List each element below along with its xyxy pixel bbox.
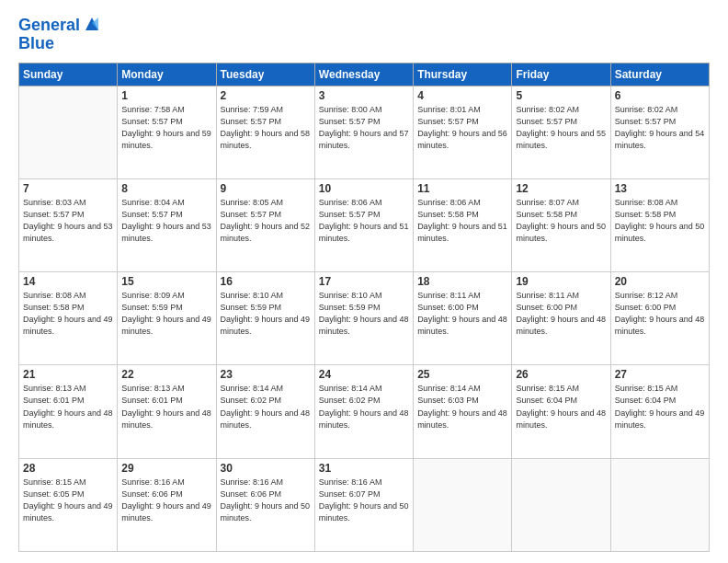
day-number: 26 bbox=[516, 368, 606, 381]
day-info: Sunrise: 8:03 AM Sunset: 5:57 PM Dayligh… bbox=[23, 197, 113, 245]
weekday-header-wednesday: Wednesday bbox=[314, 63, 413, 86]
day-cell: 5Sunrise: 8:02 AM Sunset: 5:57 PM Daylig… bbox=[512, 86, 610, 178]
day-cell: 3Sunrise: 8:00 AM Sunset: 5:57 PM Daylig… bbox=[314, 86, 413, 178]
day-number: 3 bbox=[319, 89, 409, 102]
day-cell: 30Sunrise: 8:16 AM Sunset: 6:06 PM Dayli… bbox=[216, 458, 314, 551]
day-cell: 11Sunrise: 8:06 AM Sunset: 5:58 PM Dayli… bbox=[414, 178, 512, 271]
day-number: 29 bbox=[121, 462, 211, 475]
weekday-header-thursday: Thursday bbox=[414, 63, 512, 86]
week-row-3: 14Sunrise: 8:08 AM Sunset: 5:58 PM Dayli… bbox=[19, 272, 710, 365]
day-info: Sunrise: 8:13 AM Sunset: 6:01 PM Dayligh… bbox=[23, 383, 113, 431]
day-number: 31 bbox=[319, 462, 409, 475]
day-number: 1 bbox=[121, 89, 211, 102]
day-cell: 23Sunrise: 8:14 AM Sunset: 6:02 PM Dayli… bbox=[216, 365, 314, 458]
day-info: Sunrise: 8:02 AM Sunset: 5:57 PM Dayligh… bbox=[615, 104, 705, 152]
day-info: Sunrise: 8:07 AM Sunset: 5:58 PM Dayligh… bbox=[516, 197, 606, 245]
day-info: Sunrise: 8:14 AM Sunset: 6:02 PM Dayligh… bbox=[221, 383, 311, 431]
logo-text-blue: Blue bbox=[18, 35, 102, 53]
day-cell: 4Sunrise: 8:01 AM Sunset: 5:57 PM Daylig… bbox=[414, 86, 512, 178]
day-cell: 29Sunrise: 8:16 AM Sunset: 6:06 PM Dayli… bbox=[118, 458, 216, 551]
page: General Blue SundayMondayTuesdayWednesda… bbox=[0, 0, 728, 563]
day-info: Sunrise: 8:10 AM Sunset: 5:59 PM Dayligh… bbox=[221, 290, 311, 338]
day-cell: 10Sunrise: 8:06 AM Sunset: 5:57 PM Dayli… bbox=[314, 178, 413, 271]
day-cell: 19Sunrise: 8:11 AM Sunset: 6:00 PM Dayli… bbox=[512, 272, 610, 365]
day-cell: 20Sunrise: 8:12 AM Sunset: 6:00 PM Dayli… bbox=[610, 272, 709, 365]
day-number: 13 bbox=[615, 182, 705, 195]
day-info: Sunrise: 8:02 AM Sunset: 5:57 PM Dayligh… bbox=[516, 104, 606, 152]
day-info: Sunrise: 8:00 AM Sunset: 5:57 PM Dayligh… bbox=[319, 104, 409, 152]
day-info: Sunrise: 8:16 AM Sunset: 6:06 PM Dayligh… bbox=[221, 477, 311, 524]
day-number: 12 bbox=[516, 182, 606, 195]
day-number: 16 bbox=[221, 275, 311, 288]
day-info: Sunrise: 8:12 AM Sunset: 6:00 PM Dayligh… bbox=[615, 290, 705, 338]
day-cell: 2Sunrise: 7:59 AM Sunset: 5:57 PM Daylig… bbox=[216, 86, 314, 178]
day-cell: 17Sunrise: 8:10 AM Sunset: 5:59 PM Dayli… bbox=[314, 272, 413, 365]
day-cell: 1Sunrise: 7:58 AM Sunset: 5:57 PM Daylig… bbox=[118, 86, 216, 178]
day-number: 19 bbox=[516, 275, 606, 288]
day-number: 9 bbox=[221, 182, 311, 195]
day-cell: 24Sunrise: 8:14 AM Sunset: 6:02 PM Dayli… bbox=[314, 365, 413, 458]
day-info: Sunrise: 8:13 AM Sunset: 6:01 PM Dayligh… bbox=[121, 383, 211, 431]
day-info: Sunrise: 8:08 AM Sunset: 5:58 PM Dayligh… bbox=[23, 290, 113, 338]
day-cell: 28Sunrise: 8:15 AM Sunset: 6:05 PM Dayli… bbox=[19, 458, 118, 551]
day-number: 24 bbox=[319, 368, 409, 381]
day-number: 30 bbox=[221, 462, 311, 475]
day-info: Sunrise: 8:10 AM Sunset: 5:59 PM Dayligh… bbox=[319, 290, 409, 338]
weekday-header-tuesday: Tuesday bbox=[216, 63, 314, 86]
day-info: Sunrise: 8:04 AM Sunset: 5:57 PM Dayligh… bbox=[121, 197, 211, 245]
week-row-2: 7Sunrise: 8:03 AM Sunset: 5:57 PM Daylig… bbox=[19, 178, 710, 271]
day-cell: 15Sunrise: 8:09 AM Sunset: 5:59 PM Dayli… bbox=[118, 272, 216, 365]
day-cell: 26Sunrise: 8:15 AM Sunset: 6:04 PM Dayli… bbox=[512, 365, 610, 458]
day-cell: 6Sunrise: 8:02 AM Sunset: 5:57 PM Daylig… bbox=[610, 86, 709, 178]
day-info: Sunrise: 8:01 AM Sunset: 5:57 PM Dayligh… bbox=[417, 104, 507, 152]
weekday-header-row: SundayMondayTuesdayWednesdayThursdayFrid… bbox=[19, 63, 710, 86]
day-cell: 22Sunrise: 8:13 AM Sunset: 6:01 PM Dayli… bbox=[118, 365, 216, 458]
day-cell: 14Sunrise: 8:08 AM Sunset: 5:58 PM Dayli… bbox=[19, 272, 118, 365]
day-cell: 13Sunrise: 8:08 AM Sunset: 5:58 PM Dayli… bbox=[610, 178, 709, 271]
day-number: 14 bbox=[23, 275, 113, 288]
day-number: 28 bbox=[23, 462, 113, 475]
day-cell: 12Sunrise: 8:07 AM Sunset: 5:58 PM Dayli… bbox=[512, 178, 610, 271]
day-cell bbox=[610, 458, 709, 551]
day-info: Sunrise: 8:15 AM Sunset: 6:04 PM Dayligh… bbox=[615, 383, 705, 431]
weekday-header-saturday: Saturday bbox=[610, 63, 709, 86]
weekday-header-sunday: Sunday bbox=[19, 63, 118, 86]
day-info: Sunrise: 7:59 AM Sunset: 5:57 PM Dayligh… bbox=[221, 104, 311, 152]
day-number: 5 bbox=[516, 89, 606, 102]
day-number: 23 bbox=[221, 368, 311, 381]
day-info: Sunrise: 8:08 AM Sunset: 5:58 PM Dayligh… bbox=[615, 197, 705, 245]
logo-icon bbox=[82, 14, 102, 34]
weekday-header-monday: Monday bbox=[118, 63, 216, 86]
day-cell: 16Sunrise: 8:10 AM Sunset: 5:59 PM Dayli… bbox=[216, 272, 314, 365]
calendar-table: SundayMondayTuesdayWednesdayThursdayFrid… bbox=[18, 63, 710, 552]
day-number: 7 bbox=[23, 182, 113, 195]
logo: General Blue bbox=[18, 17, 102, 53]
week-row-1: 1Sunrise: 7:58 AM Sunset: 5:57 PM Daylig… bbox=[19, 86, 710, 178]
day-number: 10 bbox=[319, 182, 409, 195]
day-cell: 25Sunrise: 8:14 AM Sunset: 6:03 PM Dayli… bbox=[414, 365, 512, 458]
day-number: 4 bbox=[417, 89, 507, 102]
day-number: 25 bbox=[417, 368, 507, 381]
day-info: Sunrise: 8:15 AM Sunset: 6:04 PM Dayligh… bbox=[516, 383, 606, 431]
week-row-4: 21Sunrise: 8:13 AM Sunset: 6:01 PM Dayli… bbox=[19, 365, 710, 458]
day-cell: 8Sunrise: 8:04 AM Sunset: 5:57 PM Daylig… bbox=[118, 178, 216, 271]
day-number: 17 bbox=[319, 275, 409, 288]
day-number: 20 bbox=[615, 275, 705, 288]
day-info: Sunrise: 7:58 AM Sunset: 5:57 PM Dayligh… bbox=[121, 104, 211, 152]
day-number: 11 bbox=[417, 182, 507, 195]
day-cell: 7Sunrise: 8:03 AM Sunset: 5:57 PM Daylig… bbox=[19, 178, 118, 271]
day-cell bbox=[512, 458, 610, 551]
day-number: 15 bbox=[121, 275, 211, 288]
day-cell: 21Sunrise: 8:13 AM Sunset: 6:01 PM Dayli… bbox=[19, 365, 118, 458]
day-cell bbox=[414, 458, 512, 551]
logo-text: General bbox=[18, 17, 80, 35]
day-cell: 9Sunrise: 8:05 AM Sunset: 5:57 PM Daylig… bbox=[216, 178, 314, 271]
day-cell bbox=[19, 86, 118, 178]
day-info: Sunrise: 8:16 AM Sunset: 6:07 PM Dayligh… bbox=[319, 477, 409, 524]
day-info: Sunrise: 8:09 AM Sunset: 5:59 PM Dayligh… bbox=[121, 290, 211, 338]
day-number: 6 bbox=[615, 89, 705, 102]
day-cell: 27Sunrise: 8:15 AM Sunset: 6:04 PM Dayli… bbox=[610, 365, 709, 458]
day-info: Sunrise: 8:14 AM Sunset: 6:03 PM Dayligh… bbox=[417, 383, 507, 431]
day-number: 18 bbox=[417, 275, 507, 288]
day-info: Sunrise: 8:15 AM Sunset: 6:05 PM Dayligh… bbox=[23, 477, 113, 524]
